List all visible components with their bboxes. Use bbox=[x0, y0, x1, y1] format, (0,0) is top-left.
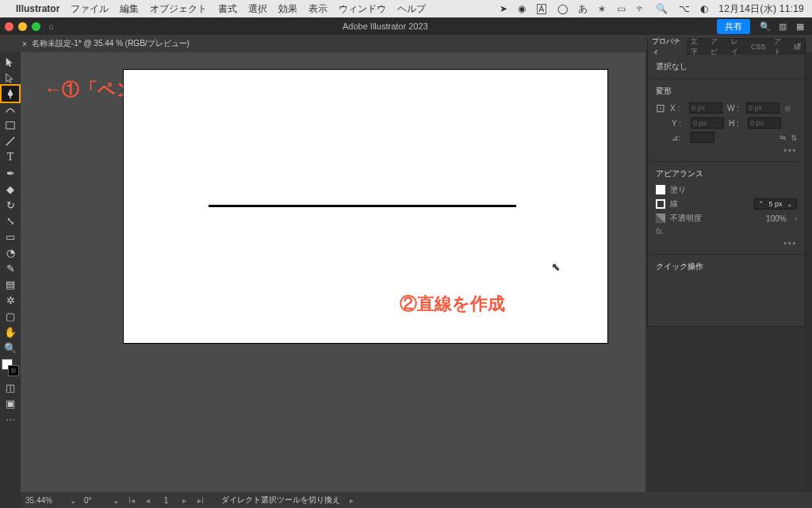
quick-actions-title: クイック操作 bbox=[656, 261, 797, 272]
tab-layers[interactable]: レイ bbox=[727, 37, 747, 57]
stroke-chip[interactable] bbox=[656, 199, 665, 209]
menu-effect[interactable]: 効果 bbox=[278, 2, 297, 16]
width-tool[interactable]: ▭ bbox=[2, 229, 19, 244]
arrange-icon[interactable]: ▥ bbox=[776, 21, 790, 32]
menu-help[interactable]: ヘルプ bbox=[397, 2, 426, 16]
workspace-icon[interactable]: ▦ bbox=[793, 21, 807, 32]
line-chat-icon[interactable]: ◉ bbox=[518, 3, 526, 14]
document-tab[interactable]: × 名称未設定-1* @ 35.44 % (RGB/プレビュー) bbox=[22, 38, 190, 49]
menu-file[interactable]: ファイル bbox=[71, 2, 109, 16]
menubar-clock[interactable]: 12月14日(水) 11:19 bbox=[718, 3, 804, 14]
tab-actions[interactable]: アト bbox=[770, 37, 790, 57]
edit-toolbar-icon[interactable]: ⋯ bbox=[2, 411, 19, 427]
lock-ratio-icon[interactable]: ⊘ bbox=[784, 104, 791, 113]
w-label: W : bbox=[727, 104, 741, 113]
rotate-tool[interactable]: ↻ bbox=[2, 197, 19, 213]
tab-css[interactable]: CSS bbox=[747, 43, 770, 51]
scale-tool[interactable]: ⤡ bbox=[2, 213, 19, 229]
close-tab-icon[interactable]: × bbox=[22, 40, 27, 48]
canvas-area[interactable]: ←①「ペンツール」を選択 ②直線を作成 ⬉ bbox=[21, 52, 645, 492]
line-tool[interactable] bbox=[2, 133, 19, 149]
artboard-tool[interactable]: ▢ bbox=[2, 308, 19, 324]
selection-tool[interactable] bbox=[2, 54, 19, 70]
x-input[interactable] bbox=[689, 102, 722, 114]
fill-label: 塗り bbox=[670, 184, 686, 195]
spotlight-icon[interactable]: 🔍 bbox=[656, 3, 668, 14]
tab-character[interactable]: 文字 bbox=[687, 37, 707, 57]
artboard[interactable]: ②直線を作成 bbox=[124, 70, 607, 343]
stroke-swatch[interactable] bbox=[8, 365, 19, 376]
tab-properties[interactable]: プロパティ bbox=[648, 37, 687, 57]
right-dock[interactable] bbox=[806, 52, 812, 492]
input-icon[interactable]: あ bbox=[578, 3, 588, 14]
app-titlebar: ⌂ Adobe Illustrator 2023 共有 🔍 ▥ ▦ bbox=[0, 17, 812, 35]
fill-stroke-swatch[interactable] bbox=[2, 359, 19, 376]
window-minimize-button[interactable] bbox=[18, 22, 27, 31]
transform-more-icon[interactable]: ••• bbox=[656, 146, 797, 155]
atext-icon[interactable]: A bbox=[537, 4, 547, 14]
artboard-number[interactable]: 1 bbox=[159, 496, 174, 505]
artboard-last-icon[interactable]: ▸I bbox=[196, 496, 205, 505]
angle-input[interactable] bbox=[691, 132, 714, 143]
menu-type[interactable]: 書式 bbox=[218, 2, 237, 16]
window-maximize-button[interactable] bbox=[32, 22, 40, 31]
reference-point-icon[interactable]: ⊡ bbox=[656, 102, 665, 114]
color-mode-icon[interactable]: ◫ bbox=[2, 379, 19, 395]
opacity-chip[interactable] bbox=[656, 214, 665, 223]
siri-icon[interactable]: ◐ bbox=[700, 3, 708, 14]
record-icon[interactable]: ◯ bbox=[557, 3, 568, 14]
eraser-tool[interactable]: ◆ bbox=[2, 181, 19, 197]
menu-edit[interactable]: 編集 bbox=[120, 2, 139, 16]
hand-tool[interactable]: ✋ bbox=[2, 324, 19, 340]
control-center-icon[interactable]: ⌥ bbox=[679, 3, 690, 14]
flip-h-icon[interactable]: ⇋ bbox=[779, 133, 786, 142]
location-icon[interactable]: ➤ bbox=[500, 3, 508, 14]
menu-select[interactable]: 選択 bbox=[248, 2, 267, 16]
menu-view[interactable]: 表示 bbox=[308, 2, 327, 16]
fill-chip[interactable] bbox=[656, 185, 665, 194]
wifi-icon[interactable]: ᯤ bbox=[636, 3, 645, 14]
screen-mode-icon[interactable]: ▣ bbox=[2, 395, 19, 411]
artboard-next-icon[interactable]: ▸ bbox=[181, 496, 188, 505]
gradient-tool[interactable]: ▤ bbox=[2, 276, 19, 292]
hint-play-icon[interactable]: ▸ bbox=[348, 496, 355, 505]
battery-icon[interactable]: ▭ bbox=[617, 3, 626, 14]
svg-line-1 bbox=[6, 137, 15, 146]
window-close-button[interactable] bbox=[5, 22, 13, 31]
menu-object[interactable]: オブジェクト bbox=[150, 2, 207, 16]
direct-selection-tool[interactable] bbox=[2, 70, 19, 86]
eyedropper-tool[interactable]: ✎ bbox=[2, 260, 19, 276]
w-input[interactable] bbox=[746, 102, 779, 114]
h-input[interactable] bbox=[748, 117, 781, 129]
opacity-chevron-icon[interactable]: › bbox=[795, 214, 797, 223]
shape-builder-tool[interactable]: ◔ bbox=[2, 244, 19, 260]
curvature-tool[interactable] bbox=[2, 102, 19, 117]
home-icon[interactable]: ⌂ bbox=[48, 21, 54, 31]
stroke-weight-input[interactable]: ⌃5 px⌄ bbox=[754, 198, 797, 210]
flip-v-icon[interactable]: ⇅ bbox=[791, 133, 797, 142]
zoom-tool[interactable]: 🔍 bbox=[2, 340, 19, 356]
paintbrush-tool[interactable]: ✒ bbox=[2, 165, 19, 181]
type-tool[interactable]: T bbox=[2, 149, 19, 165]
rectangle-tool[interactable] bbox=[2, 117, 19, 133]
menu-window[interactable]: ウィンドウ bbox=[339, 2, 386, 16]
bluetooth-icon[interactable]: ∗ bbox=[598, 3, 606, 14]
zoom-chevron-icon[interactable]: ⌄ bbox=[70, 496, 76, 505]
angle-chevron-icon[interactable]: ⌄ bbox=[113, 496, 119, 505]
fx-label[interactable]: fx. bbox=[656, 227, 665, 236]
share-button[interactable]: 共有 bbox=[717, 19, 750, 34]
artboard-first-icon[interactable]: I◂ bbox=[127, 496, 136, 505]
symbol-sprayer-tool[interactable]: ✲ bbox=[2, 292, 19, 308]
app-name[interactable]: Illustrator bbox=[16, 3, 59, 14]
pen-tool[interactable] bbox=[2, 86, 19, 102]
panel-close-icon[interactable]: × bbox=[797, 40, 802, 49]
search-icon[interactable]: 🔍 bbox=[758, 21, 772, 32]
rotation-angle[interactable]: 0° bbox=[84, 496, 105, 505]
zoom-level[interactable]: 35.44% bbox=[25, 496, 62, 505]
appearance-more-icon[interactable]: ••• bbox=[656, 239, 797, 248]
drawn-line[interactable] bbox=[209, 205, 516, 207]
artboard-prev-icon[interactable]: ◂ bbox=[144, 496, 151, 505]
y-input[interactable] bbox=[691, 117, 724, 129]
tab-appearance[interactable]: アピ bbox=[707, 37, 726, 57]
opacity-value[interactable]: 100% bbox=[766, 214, 787, 223]
